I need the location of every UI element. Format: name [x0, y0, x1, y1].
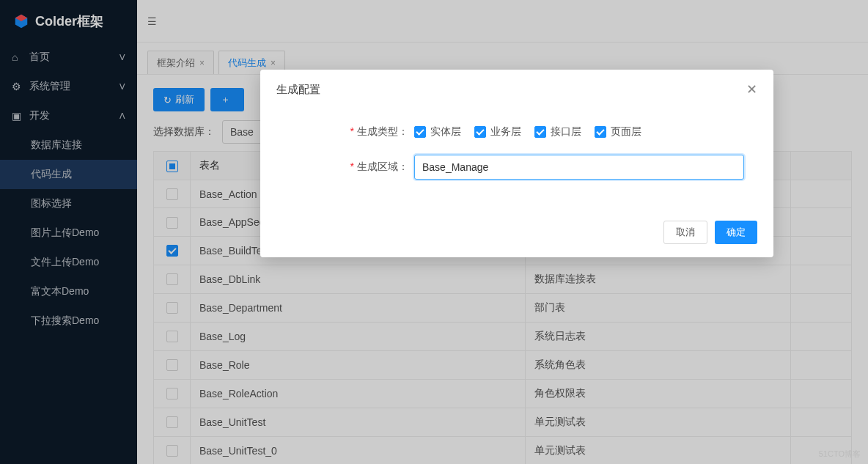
generate-config-modal: 生成配置 ✕ *生成类型： 实体层 业务层 接口层 页面层 *生成区域： 取消 … [260, 70, 773, 257]
close-icon[interactable]: ✕ [746, 81, 757, 97]
area-label: 生成区域： [357, 161, 408, 172]
checkbox-entity[interactable]: 实体层 [414, 125, 461, 139]
form-row-area: *生成区域： [290, 155, 744, 180]
type-label: 生成类型： [357, 125, 408, 137]
checkbox-business[interactable]: 业务层 [474, 125, 521, 139]
modal-header: 生成配置 ✕ [260, 70, 773, 109]
watermark: 51CTO博客 [819, 449, 861, 460]
ok-button[interactable]: 确定 [715, 221, 757, 244]
modal-footer: 取消 确定 [260, 210, 773, 257]
checkbox-interface[interactable]: 接口层 [534, 125, 581, 139]
cancel-button[interactable]: 取消 [663, 221, 707, 244]
checkbox-icon [595, 126, 606, 138]
form-row-type: *生成类型： 实体层 业务层 接口层 页面层 [290, 125, 744, 139]
area-input[interactable] [414, 155, 744, 180]
checkbox-icon [534, 126, 546, 138]
checkbox-icon [414, 126, 426, 138]
checkbox-icon [474, 126, 486, 138]
checkbox-page[interactable]: 页面层 [595, 125, 641, 139]
modal-title: 生成配置 [276, 83, 320, 97]
